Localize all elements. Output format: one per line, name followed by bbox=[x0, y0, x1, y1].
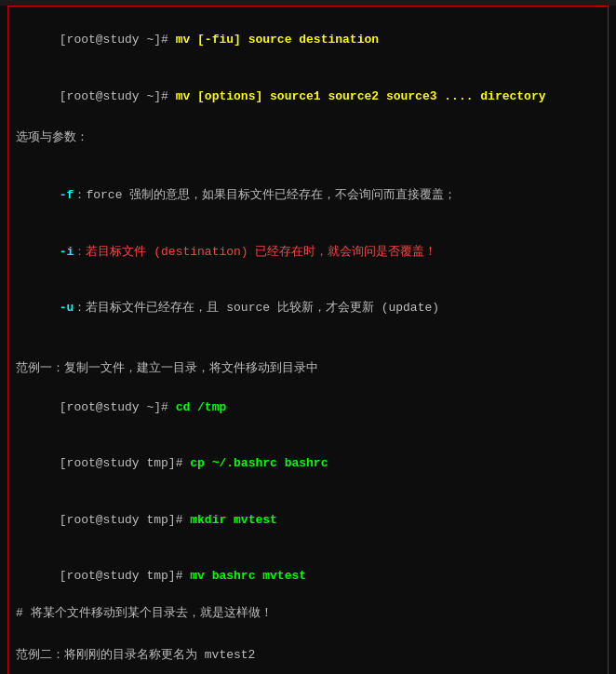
option-f: -f：force 强制的意思，如果目标文件已经存在，不会询问而直接覆盖； bbox=[16, 168, 600, 223]
flag-i: -i bbox=[60, 245, 74, 259]
opt-i-desc: ：若目标文件 (destination) 已经存在时，就会询问是否覆盖！ bbox=[74, 245, 436, 259]
prompt-cp1: [root@study tmp]# bbox=[60, 456, 190, 470]
line-cp1: [root@study tmp]# cp ~/.bashrc bashrc bbox=[16, 436, 600, 492]
cmd-mv1: mv bashrc mvtest bbox=[190, 569, 306, 583]
blank3 bbox=[16, 624, 600, 642]
prompt-cd: [root@study ~]# bbox=[60, 400, 176, 414]
prompt-mkdir: [root@study tmp]# bbox=[60, 513, 190, 527]
line-mkdir: [root@study tmp]# mkdir mvtest bbox=[16, 492, 600, 548]
prompt2: [root@study ~]# bbox=[60, 89, 176, 103]
cmd-cd: cd /tmp bbox=[176, 400, 227, 414]
cmd1: mv [-fiu] source destination bbox=[176, 33, 379, 47]
example1-label: 范例一：复制一文件，建立一目录，将文件移动到目录中 bbox=[16, 359, 600, 378]
line-cmd2: [root@study ~]# mv [options] source1 sou… bbox=[16, 68, 600, 124]
cmd-mkdir: mkdir mvtest bbox=[190, 513, 277, 527]
terminal-window: [root@study ~]# mv [-fiu] source destina… bbox=[0, 6, 616, 674]
line-mv2: [root@study tmp]# mv mvtest mvtest2 <== … bbox=[16, 667, 600, 674]
comment1: # 将某个文件移动到某个目录去，就是这样做！ bbox=[16, 604, 600, 623]
section-options-label: 选项与参数： bbox=[16, 128, 600, 147]
opt-f-desc: ：force 强制的意思，如果目标文件已经存在，不会询问而直接覆盖； bbox=[74, 188, 456, 202]
cmd2: mv [options] source1 source2 source3 ...… bbox=[176, 89, 546, 103]
example2-label: 范例二：将刚刚的目录名称更名为 mvtest2 bbox=[16, 646, 600, 665]
option-i: -i：若目标文件 (destination) 已经存在时，就会询问是否覆盖！ bbox=[16, 224, 600, 280]
line-cd: [root@study ~]# cd /tmp bbox=[16, 380, 600, 436]
flag-u: -u bbox=[60, 301, 74, 315]
flag-f: -f bbox=[60, 188, 74, 202]
blank2 bbox=[16, 336, 600, 355]
option-u: -u：若目标文件已经存在，且 source 比较新，才会更新 (update) bbox=[16, 280, 600, 336]
section-top: [root@study ~]# mv [-fiu] source destina… bbox=[7, 6, 609, 674]
blank1 bbox=[16, 149, 600, 168]
prompt-mv1: [root@study tmp]# bbox=[60, 569, 190, 583]
line-cmd1: [root@study ~]# mv [-fiu] source destina… bbox=[16, 12, 600, 68]
line-mv1: [root@study tmp]# mv bashrc mvtest bbox=[16, 548, 600, 604]
opt-u-desc: ：若目标文件已经存在，且 source 比较新，才会更新 (update) bbox=[74, 301, 439, 315]
prompt1: [root@study ~]# bbox=[60, 33, 176, 47]
cmd-cp1: cp ~/.bashrc bashrc bbox=[190, 456, 328, 470]
